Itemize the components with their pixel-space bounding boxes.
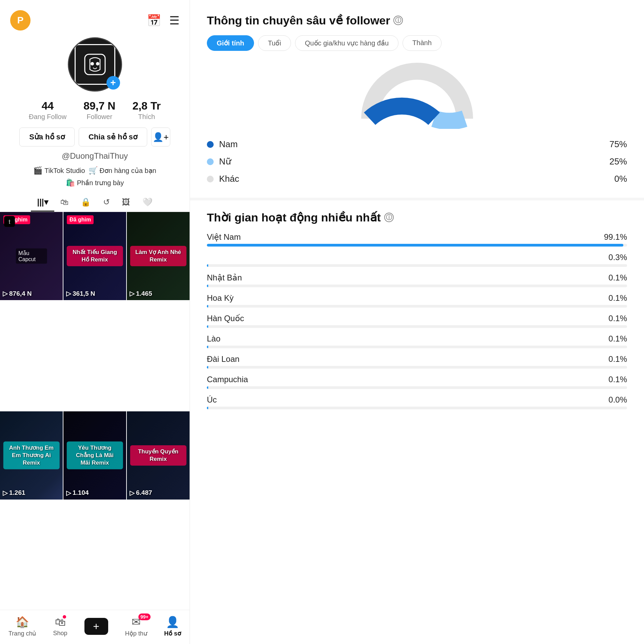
legend-left: Nam bbox=[207, 139, 238, 150]
country-header: Hoa Kỳ 0.1% bbox=[207, 293, 627, 303]
country-header: Hàn Quốc 0.1% bbox=[207, 314, 627, 323]
filter-tab-tuổi[interactable]: Tuổi bbox=[258, 35, 291, 51]
calendar-icon[interactable]: 📅 bbox=[147, 14, 161, 27]
country-row: Lào 0.1% bbox=[207, 334, 627, 348]
activity-info-icon[interactable]: ⓘ bbox=[384, 213, 394, 222]
country-name: Hàn Quốc bbox=[207, 314, 244, 323]
profile-links: 🎬 TikTok Studio 🛒 Đơn hàng của bạn 🛍️ Ph… bbox=[0, 166, 190, 187]
showcase-link[interactable]: 🛍️ Phần trưng bày bbox=[66, 178, 124, 187]
create-button[interactable]: + bbox=[84, 618, 108, 635]
nav-inbox[interactable]: ✉ Hộp thư 99+ bbox=[125, 616, 147, 637]
bar-track bbox=[207, 285, 627, 287]
country-pct: 99.1% bbox=[604, 232, 627, 242]
video-cell[interactable]: Làm Vợ Anh Nhé Remix ▷ 1.465 bbox=[127, 212, 190, 300]
legend-dot bbox=[207, 176, 214, 182]
tab-saved[interactable]: 🖼 bbox=[116, 193, 136, 211]
video-title: Yêu Thương Chẳng Là Mãi Mãi Remix bbox=[66, 441, 123, 469]
edit-profile-button[interactable]: Sửa hồ sơ bbox=[19, 128, 75, 147]
views-count: 6.487 bbox=[136, 489, 152, 496]
menu-icon[interactable]: ☰ bbox=[169, 14, 179, 27]
followers-count: 89,7 N bbox=[83, 100, 115, 112]
country-header: Việt Nam 99.1% bbox=[207, 232, 627, 242]
bar-track bbox=[207, 244, 627, 247]
tab-locked[interactable]: 🔒 bbox=[75, 193, 97, 211]
orders-link[interactable]: 🛒 Đơn hàng của bạn bbox=[89, 166, 156, 175]
likes-label: Thích bbox=[132, 113, 161, 121]
tab-shop[interactable]: 🛍 bbox=[54, 193, 75, 211]
nav-shop[interactable]: 🛍 Shop bbox=[53, 616, 67, 637]
country-row: 0.3% bbox=[207, 253, 627, 267]
video-cell[interactable]: Đã ghimNhất Tiếu Giang Hồ Remix ▷ 361,5 … bbox=[63, 212, 126, 300]
bar-fill bbox=[207, 244, 623, 247]
filter-tab-thành[interactable]: Thành bbox=[403, 35, 442, 51]
filter-tab-quốc-gia/khu-vực-hàng-đầu[interactable]: Quốc gia/khu vực hàng đầu bbox=[295, 35, 398, 51]
views-count: 876,4 N bbox=[9, 290, 32, 297]
video-cell[interactable]: Anh Thương Em Em Thương Ai Remix ▷ 1.261 bbox=[0, 411, 63, 500]
country-pct: 0.0% bbox=[608, 395, 627, 405]
tab-grid[interactable]: |||▾ bbox=[31, 193, 54, 211]
svg-point-1 bbox=[91, 62, 94, 65]
add-friend-button[interactable]: 👤+ bbox=[151, 128, 170, 147]
svg-point-2 bbox=[96, 62, 99, 65]
pinned-badge: Đã ghim bbox=[67, 215, 94, 224]
nav-profile[interactable]: 👤 Hồ sơ bbox=[164, 616, 181, 637]
bottom-nav: 🏠 Trang chủ 🛍 Shop + ✉ Hộp thư 99+ 👤 Hồ … bbox=[0, 610, 190, 644]
content-tab-bar: |||▾ 🛍 🔒 ↺ 🖼 🤍 bbox=[0, 193, 190, 211]
video-cell[interactable]: Yêu Thương Chẳng Là Mãi Mãi Remix ▷ 1.10… bbox=[63, 411, 126, 500]
gender-legend: Nam 75% Nữ 25% Khác 0% bbox=[207, 136, 627, 188]
share-profile-button[interactable]: Chia sẻ hồ sơ bbox=[79, 128, 147, 147]
profile-icon: 👤 bbox=[166, 616, 179, 628]
video-views: ▷ 6.487 bbox=[130, 489, 152, 497]
views-count: 1.465 bbox=[136, 290, 152, 297]
filter-tab-giới-tính[interactable]: Giới tính bbox=[207, 35, 254, 51]
capcut-label: Mẫu Capcut bbox=[16, 249, 47, 264]
add-avatar-button[interactable]: + bbox=[106, 76, 120, 90]
tab-liked[interactable]: 🤍 bbox=[136, 193, 159, 211]
video-title: Nhất Tiếu Giang Hồ Remix bbox=[66, 246, 123, 266]
country-row: Hoa Kỳ 0.1% bbox=[207, 293, 627, 308]
inbox-badge: 99+ bbox=[138, 613, 151, 620]
legend-value: 75% bbox=[609, 139, 627, 150]
top-bar-right: 📅 ☰ bbox=[147, 14, 179, 27]
country-pct: 0.1% bbox=[608, 273, 627, 282]
country-name: Đài Loan bbox=[207, 354, 239, 364]
follower-insights-title: Thông tin chuyên sâu về follower ⓘ bbox=[207, 14, 627, 27]
nav-shop-label: Shop bbox=[53, 630, 67, 637]
country-pct: 0.3% bbox=[608, 253, 627, 262]
stat-following: 44 Đang Follow bbox=[29, 100, 66, 121]
bar-track bbox=[207, 264, 627, 267]
nav-create[interactable]: + bbox=[84, 618, 108, 635]
country-header: Campuchia 0.1% bbox=[207, 375, 627, 384]
follower-info-icon[interactable]: ⓘ bbox=[393, 16, 403, 25]
video-title: Làm Vợ Anh Nhé Remix bbox=[130, 246, 187, 266]
country-pct: 0.1% bbox=[608, 375, 627, 384]
bar-fill bbox=[207, 407, 208, 409]
tiktok-studio-link[interactable]: 🎬 TikTok Studio bbox=[33, 166, 85, 175]
stat-likes: 2,8 Tr Thích bbox=[132, 100, 161, 121]
orders-icon: 🛒 bbox=[89, 166, 98, 175]
legend-dot bbox=[207, 158, 214, 165]
donut-svg bbox=[359, 61, 475, 129]
legend-dot bbox=[207, 141, 214, 148]
country-name: Úc bbox=[207, 395, 217, 405]
bar-fill bbox=[207, 264, 208, 267]
username-display: @DuongThaiThuy bbox=[62, 151, 128, 161]
shop-badge bbox=[63, 615, 66, 619]
gender-legend-item: Khác 0% bbox=[207, 170, 627, 188]
video-cell[interactable]: Thuyền Quyền Remix ▷ 6.487 bbox=[127, 411, 190, 500]
activity-title-text: Thời gian hoạt động nhiều nhất bbox=[207, 211, 381, 224]
legend-value: 25% bbox=[609, 156, 627, 167]
bar-track bbox=[207, 386, 627, 389]
bar-track bbox=[207, 305, 627, 308]
video-cell[interactable]: Đã ghim Mẫu Capcut ▷ 876,4 N bbox=[0, 212, 63, 300]
bar-fill bbox=[207, 366, 208, 369]
video-grid: Đã ghim Mẫu Capcut ▷ 876,4 N Đã ghimNhất… bbox=[0, 212, 190, 610]
video-views: ▷ 1.465 bbox=[130, 290, 152, 297]
nav-home[interactable]: 🏠 Trang chủ bbox=[8, 616, 36, 637]
tab-repost[interactable]: ↺ bbox=[97, 193, 116, 211]
legend-left: Khác bbox=[207, 174, 239, 184]
nav-inbox-label: Hộp thư bbox=[125, 630, 147, 637]
left-panel: P 📅 ☰ + 44 Đang Follow 89,7 N bbox=[0, 0, 190, 644]
video-views: ▷ 361,5 N bbox=[66, 290, 95, 297]
gender-legend-item: Nam 75% bbox=[207, 136, 627, 153]
